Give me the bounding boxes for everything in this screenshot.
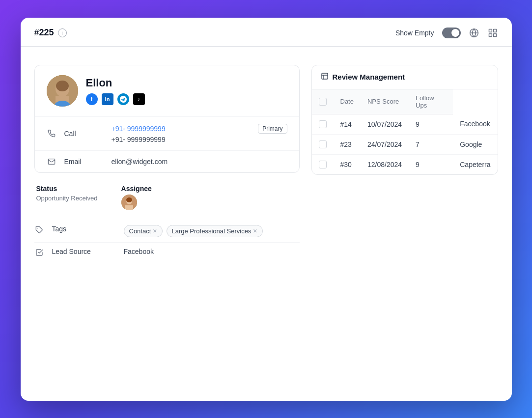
row-checkbox[interactable]	[319, 140, 327, 148]
review-header: Review Management	[312, 65, 498, 89]
linkedin-icon[interactable]: in	[102, 93, 113, 105]
col-date: Date	[334, 89, 361, 114]
tiktok-icon[interactable]: ♪	[133, 93, 145, 105]
row-checkbox-cell	[312, 154, 334, 174]
table-row: #14 10/07/2024 9 Facebook	[312, 114, 498, 134]
review-table: Date NPS Score Follow Ups #14 10/07/2024	[312, 89, 498, 174]
svg-rect-3	[493, 29, 496, 32]
assignee-avatar	[121, 195, 137, 210]
row-nps-3: 9	[409, 154, 453, 174]
assignee-group: Assignee	[121, 185, 152, 210]
table-row: #23 24/07/2024 7 Google	[312, 134, 498, 154]
call-field-row: Call +91- 9999999999 Primary +91- 999999…	[35, 117, 299, 151]
right-panel: Review Management Date NPS Score Follow …	[311, 65, 498, 175]
review-card: Review Management Date NPS Score Follow …	[311, 65, 498, 175]
row-followup-2: Google	[453, 134, 497, 154]
telegram-icon[interactable]	[117, 93, 129, 105]
tags-icon	[34, 226, 44, 234]
email-field-row: Email ellon@widget.com	[35, 151, 299, 172]
col-checkbox	[312, 89, 334, 114]
svg-point-14	[126, 197, 132, 202]
row-date-3: 12/08/2024	[361, 154, 409, 174]
table-row: #30 12/08/2024 9 Capeterra	[312, 154, 498, 174]
tag-contact: Contact ×	[124, 225, 163, 237]
header: #225 i Show Empty	[21, 18, 512, 47]
call-label: Call	[64, 130, 104, 138]
status-value: Opportunity Received	[36, 195, 98, 202]
svg-rect-15	[125, 205, 133, 210]
show-empty-toggle[interactable]	[442, 28, 461, 38]
svg-rect-11	[48, 159, 55, 164]
contact-info: Ellon f in ♪	[86, 77, 287, 105]
contact-name: Ellon	[86, 77, 287, 89]
header-right: Show Empty	[395, 28, 498, 38]
header-left: #225 i	[34, 28, 67, 38]
lead-source-label: Lead Source	[52, 248, 116, 255]
svg-point-8	[56, 81, 69, 91]
contact-card: Ellon f in ♪	[34, 65, 300, 173]
record-id: #225	[34, 28, 54, 38]
col-nps-score: NPS Score	[361, 89, 409, 114]
primary-badge: Primary	[258, 124, 287, 134]
svg-rect-17	[322, 73, 328, 79]
tags-container: Contact × Large Professional Services ×	[124, 225, 263, 237]
main-window: #225 i Show Empty	[21, 18, 512, 401]
tags-row: Tags Contact × Large Professional Servic…	[34, 220, 300, 243]
tag-large-professional: Large Professional Services ×	[167, 225, 263, 237]
review-title: Review Management	[333, 73, 405, 81]
row-checkbox-cell	[312, 134, 334, 154]
email-value: ellon@widget.com	[112, 158, 287, 166]
header-checkbox[interactable]	[319, 98, 327, 106]
show-empty-label: Show Empty	[395, 29, 434, 37]
status-block: Status Opportunity Received Assignee	[34, 185, 300, 210]
tag-contact-label: Contact	[129, 227, 151, 235]
facebook-icon[interactable]: f	[86, 93, 98, 105]
contact-header: Ellon f in ♪	[35, 65, 299, 117]
row-checkbox-cell	[312, 114, 334, 134]
row-id-3: #30	[334, 154, 361, 174]
phone-secondary-row: +91- 9999999999	[112, 136, 287, 143]
phone-secondary: +91- 9999999999	[112, 136, 166, 143]
social-icons: f in ♪	[86, 93, 287, 105]
left-panel: Ellon f in ♪	[34, 65, 300, 261]
phone-primary[interactable]: +91- 9999999999	[112, 125, 166, 133]
contact-fields: Call +91- 9999999999 Primary +91- 999999…	[35, 117, 299, 172]
col-follow-ups: Follow Ups	[409, 89, 453, 114]
status-group: Status Opportunity Received	[36, 185, 98, 210]
row-date-1: 10/07/2024	[361, 114, 409, 134]
row-checkbox[interactable]	[319, 161, 327, 168]
review-management-icon	[321, 72, 329, 82]
row-nps-2: 7	[409, 134, 453, 154]
row-nps-1: 9	[409, 114, 453, 134]
row-followup-3: Capeterra	[453, 154, 497, 174]
svg-rect-5	[489, 33, 492, 36]
info-icon[interactable]: i	[58, 28, 67, 37]
lead-source-icon	[34, 249, 44, 256]
layout-icon[interactable]	[487, 28, 498, 38]
phone-icon	[47, 130, 56, 138]
email-label: Email	[64, 158, 104, 166]
email-icon	[47, 158, 56, 166]
main-content: Ellon f in ♪	[21, 55, 512, 271]
row-date-2: 24/07/2024	[361, 134, 409, 154]
email-values: ellon@widget.com	[112, 158, 287, 166]
svg-rect-4	[493, 33, 496, 36]
avatar	[47, 75, 78, 107]
phone-primary-row: +91- 9999999999 Primary	[112, 124, 287, 134]
svg-rect-2	[489, 29, 492, 32]
lead-source-row: Lead Source Facebook	[34, 243, 300, 261]
tag-large-professional-remove[interactable]: ×	[253, 227, 257, 234]
phone-values: +91- 9999999999 Primary +91- 9999999999	[112, 124, 287, 143]
row-id-1: #14	[334, 114, 361, 134]
tags-label: Tags	[52, 225, 116, 233]
row-id-2: #23	[334, 134, 361, 154]
lead-source-value: Facebook	[124, 248, 300, 255]
row-checkbox[interactable]	[319, 120, 327, 128]
tag-contact-remove[interactable]: ×	[153, 227, 157, 234]
tag-large-professional-label: Large Professional Services	[172, 227, 252, 235]
row-followup-1: Facebook	[453, 114, 497, 134]
assignee-title: Assignee	[121, 185, 152, 193]
globe-icon[interactable]	[469, 28, 479, 38]
status-title: Status	[36, 185, 98, 193]
